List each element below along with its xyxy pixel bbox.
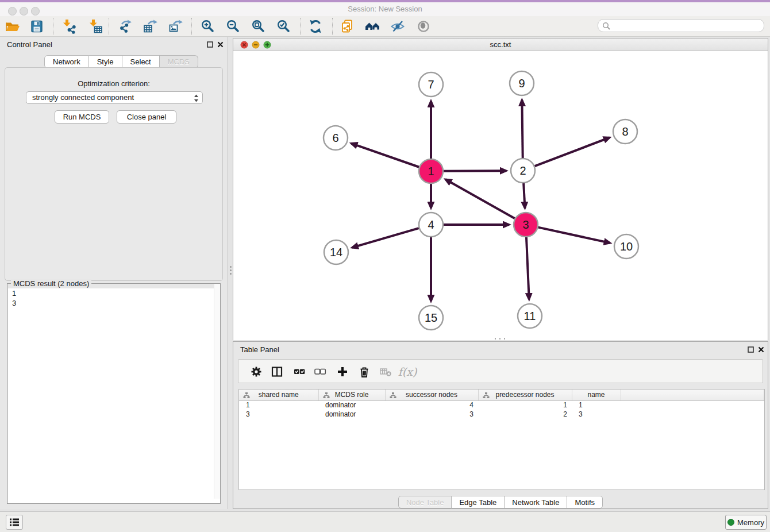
graph-node[interactable]: 4 — [419, 213, 443, 237]
svg-text:10: 10 — [620, 240, 633, 253]
graph-edge[interactable] — [445, 179, 515, 218]
network-graph[interactable]: 7968124314101511 — [233, 51, 768, 340]
chevron-updown-icon — [194, 94, 199, 103]
attribute-icon — [483, 392, 490, 399]
select-all-button[interactable] — [292, 364, 307, 379]
graph-edge[interactable] — [526, 237, 529, 299]
tab-node-table[interactable]: Node Table — [398, 496, 452, 508]
show-column-panel-button[interactable] — [270, 364, 284, 379]
network-canvas[interactable]: 7968124314101511 — [233, 51, 768, 340]
delete-column-button[interactable] — [357, 364, 372, 379]
zoom-selected-button[interactable] — [274, 18, 294, 35]
export-network-button[interactable] — [116, 18, 135, 35]
apply-layout-button[interactable] — [306, 18, 325, 35]
table-row[interactable]: 1dominator411 — [239, 400, 764, 410]
create-column-button[interactable] — [335, 364, 350, 379]
mcds-result-box: MCDS result (2 nodes) 13 — [7, 283, 221, 504]
graph-node[interactable]: 14 — [324, 240, 348, 264]
close-panel-icon[interactable] — [216, 40, 224, 48]
network-close-icon[interactable] — [240, 41, 248, 49]
vertical-splitter-grip[interactable] — [229, 264, 232, 277]
graph-edge[interactable] — [351, 144, 419, 167]
run-mcds-button[interactable]: Run MCDS — [55, 110, 109, 124]
criterion-selected-value: strongly connected component — [32, 93, 134, 102]
float-table-panel-icon[interactable] — [746, 345, 754, 353]
export-image-button[interactable] — [166, 18, 186, 35]
graph-node[interactable]: 15 — [419, 306, 443, 330]
refresh-icon — [308, 19, 323, 34]
tab-style[interactable]: Style — [89, 55, 122, 68]
graph-node[interactable]: 9 — [510, 71, 534, 95]
graph-edge[interactable] — [352, 228, 419, 248]
column-header-successor-nodes[interactable]: successor nodes — [385, 390, 478, 400]
gear-icon — [250, 365, 263, 378]
plus-icon — [336, 365, 349, 378]
close-table-panel-icon[interactable] — [757, 345, 765, 353]
network-zoom-icon[interactable] — [263, 41, 271, 49]
mcds-result-list[interactable]: 13 — [8, 288, 220, 503]
columns-icon — [271, 365, 283, 378]
zoom-in-button[interactable] — [198, 18, 218, 35]
graph-edge[interactable] — [444, 171, 506, 171]
node-table: shared name MCDS role successor nodes pr… — [239, 390, 764, 419]
tab-motifs[interactable]: Motifs — [567, 496, 603, 508]
graph-node[interactable]: 11 — [518, 304, 542, 328]
column-header-predecessor-nodes[interactable]: predecessor nodes — [478, 390, 572, 400]
table-settings-button[interactable] — [249, 364, 264, 379]
zoom-out-button[interactable] — [224, 18, 243, 35]
tab-edge-table[interactable]: Edge Table — [452, 496, 505, 508]
search-input[interactable] — [613, 20, 760, 31]
graph-node[interactable]: 10 — [614, 234, 638, 259]
control-panel-title: Control Panel — [7, 40, 52, 49]
import-network-button[interactable] — [59, 18, 79, 35]
save-session-button[interactable] — [27, 18, 47, 35]
duplicate-network-icon — [340, 19, 355, 34]
duplicate-network-button[interactable] — [338, 18, 357, 35]
deselect-all-button[interactable] — [313, 364, 328, 379]
checked-boxes-icon — [293, 365, 306, 378]
memory-button-label: Memory — [737, 518, 764, 527]
graph-node[interactable]: 3 — [514, 213, 538, 237]
show-graphics-details-button[interactable] — [414, 18, 433, 35]
show-all-networks-button[interactable] — [363, 18, 383, 35]
close-panel-button[interactable]: Close panel — [117, 110, 176, 124]
result-scrollbar[interactable] — [214, 284, 220, 499]
horizontal-splitter-grip[interactable] — [493, 338, 507, 340]
svg-text:2: 2 — [519, 164, 526, 177]
memory-button[interactable]: Memory — [725, 515, 767, 530]
task-list-icon — [8, 516, 21, 529]
graph-node[interactable]: 2 — [511, 159, 535, 183]
tab-network[interactable]: Network — [44, 55, 89, 68]
column-header-mcds-role[interactable]: MCDS role — [318, 390, 385, 400]
hide-graphics-details-button[interactable] — [388, 18, 407, 35]
column-header-shared-name[interactable]: shared name — [239, 390, 318, 400]
open-session-button[interactable] — [3, 18, 22, 35]
graph-edge[interactable] — [538, 228, 610, 243]
tab-network-table[interactable]: Network Table — [505, 496, 567, 508]
import-table-button[interactable] — [86, 18, 105, 35]
tab-mcds[interactable]: MCDS — [160, 55, 198, 68]
task-history-button[interactable] — [6, 515, 23, 530]
export-table-button[interactable] — [141, 18, 160, 35]
graph-edge[interactable] — [523, 183, 525, 208]
graph-node[interactable]: 8 — [613, 119, 637, 144]
criterion-select[interactable]: strongly connected component — [26, 91, 203, 104]
graph-edge[interactable] — [535, 137, 610, 166]
graph-node[interactable]: 6 — [324, 126, 348, 150]
float-panel-icon[interactable] — [206, 40, 214, 48]
table-panel-tabs: Node Table Edge Table Network Table Moti… — [233, 496, 768, 508]
fit-content-button[interactable] — [249, 18, 268, 35]
graph-edge[interactable] — [522, 100, 522, 158]
graph-node[interactable]: 1 — [419, 159, 443, 183]
window-title: Session: New Session — [0, 2, 770, 16]
search-icon — [602, 22, 611, 30]
tab-select[interactable]: Select — [122, 55, 160, 68]
svg-text:6: 6 — [332, 132, 338, 144]
network-minimize-icon[interactable] — [252, 41, 260, 49]
svg-text:1: 1 — [428, 165, 434, 178]
toolbar-separator — [332, 18, 333, 35]
column-header-name[interactable]: name — [572, 390, 621, 400]
export-image-icon — [168, 19, 183, 34]
graph-node[interactable]: 7 — [419, 72, 443, 97]
table-row[interactable]: 3dominator323 — [239, 410, 764, 419]
